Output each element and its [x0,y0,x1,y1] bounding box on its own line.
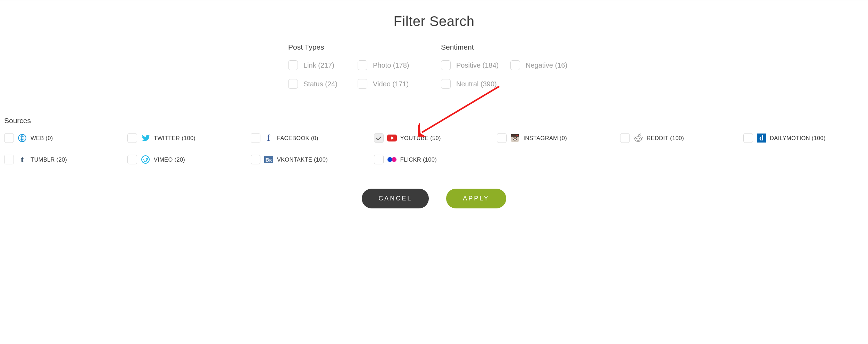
checkbox-vkontakte[interactable] [251,155,260,164]
instagram-icon [510,133,520,143]
flickr-icon [387,155,397,164]
sentiment-section: Sentiment Positive (184) Negative (16) N… [441,43,580,89]
sentiment-negative[interactable]: Negative (16) [510,60,580,70]
checkbox-status[interactable] [288,79,298,89]
svg-rect-7 [517,135,518,136]
youtube-icon [387,133,397,143]
checkbox-negative[interactable] [510,60,520,70]
checkbox-web[interactable] [4,133,14,143]
apply-button[interactable]: APPLY [446,189,506,208]
checkbox-facebook[interactable] [251,133,260,143]
checkbox-youtube[interactable] [374,133,384,143]
source-facebook[interactable]: f FACEBOOK (0) [251,133,371,143]
vimeo-icon [141,155,150,164]
svg-point-12 [636,138,637,139]
post-type-photo-label: Photo (178) [373,61,409,69]
source-dailymotion[interactable]: d DAILYMOTION (100) [743,133,864,143]
source-youtube-label: YOUTUBE (50) [400,135,441,141]
post-types-label: Post Types [288,43,427,51]
twitter-icon [141,133,150,143]
checkbox-reddit[interactable] [620,133,630,143]
source-twitter[interactable]: TWITTER (100) [127,133,248,143]
sentiment-neutral[interactable]: Neutral (390) [441,79,510,89]
checkbox-instagram[interactable] [497,133,507,143]
dailymotion-icon: d [757,133,766,143]
post-type-status[interactable]: Status (24) [288,79,358,89]
source-vimeo[interactable]: VIMEO (20) [127,155,248,164]
source-dailymotion-label: DAILYMOTION (100) [770,135,826,141]
source-instagram[interactable]: INSTAGRAM (0) [497,133,617,143]
source-youtube[interactable]: YOUTUBE (50) [374,133,494,143]
source-instagram-label: INSTAGRAM (0) [523,135,567,141]
sources-label: Sources [4,117,864,125]
source-web[interactable]: WEB (0) [4,133,125,143]
svg-point-13 [639,138,640,139]
post-type-video-label: Video (171) [373,80,409,88]
vkontakte-icon: Вк [264,155,274,164]
checkbox-link[interactable] [288,60,298,70]
source-vkontakte-label: VKONTAKTE (100) [277,156,328,163]
source-tumblr[interactable]: t TUMBLR (20) [4,155,125,164]
tumblr-icon: t [17,155,27,164]
source-vkontakte[interactable]: Вк VKONTAKTE (100) [251,155,371,164]
source-tumblr-label: TUMBLR (20) [31,156,67,163]
page-title: Filter Search [3,0,865,33]
post-type-link-label: Link (217) [303,61,334,69]
cancel-button[interactable]: CANCEL [362,189,429,208]
post-type-video[interactable]: Video (171) [358,79,427,89]
svg-point-14 [142,156,149,163]
sources-section: Sources WEB (0) TWITTER (100) f FACEBOOK [3,117,865,164]
reddit-icon [633,133,643,143]
source-flickr[interactable]: FLICKR (100) [374,155,494,164]
checkbox-positive[interactable] [441,60,451,70]
source-vimeo-label: VIMEO (20) [154,156,185,163]
source-facebook-label: FACEBOOK (0) [277,135,318,141]
source-flickr-label: FLICKR (100) [400,156,437,163]
checkbox-vimeo[interactable] [127,155,137,164]
checkbox-twitter[interactable] [127,133,137,143]
post-type-status-label: Status (24) [303,80,337,88]
sentiment-label: Sentiment [441,43,580,51]
source-twitter-label: TWITTER (100) [154,135,195,141]
sentiment-positive[interactable]: Positive (184) [441,60,510,70]
checkbox-tumblr[interactable] [4,155,14,164]
source-web-label: WEB (0) [31,135,53,141]
source-reddit-label: REDDIT (100) [646,135,684,141]
web-icon [17,133,27,143]
source-reddit[interactable]: REDDIT (100) [620,133,741,143]
checkbox-photo[interactable] [358,60,367,70]
facebook-icon: f [264,133,274,143]
checkbox-flickr[interactable] [374,155,384,164]
sentiment-neutral-label: Neutral (390) [456,80,497,88]
sentiment-positive-label: Positive (184) [456,61,499,69]
post-type-photo[interactable]: Photo (178) [358,60,427,70]
checkbox-video[interactable] [358,79,367,89]
post-type-link[interactable]: Link (217) [288,60,358,70]
checkbox-neutral[interactable] [441,79,451,89]
svg-point-6 [514,137,516,139]
checkbox-dailymotion[interactable] [743,133,753,143]
post-types-section: Post Types Link (217) Photo (178) Status… [288,43,427,89]
sentiment-negative-label: Negative (16) [526,61,567,69]
svg-point-8 [635,137,642,141]
